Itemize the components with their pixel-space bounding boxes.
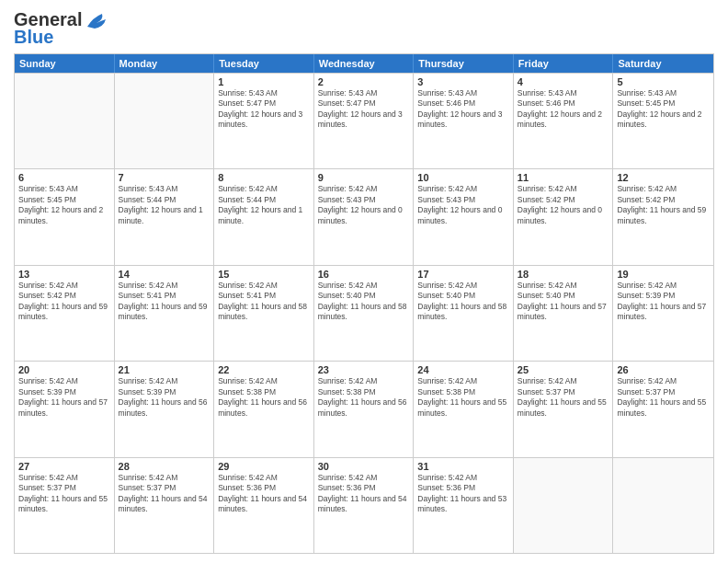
calendar-cell: 31Sunrise: 5:42 AMSunset: 5:36 PMDayligh…	[414, 458, 514, 553]
calendar-cell: 14Sunrise: 5:42 AMSunset: 5:41 PMDayligh…	[115, 266, 215, 361]
sunset-text: Sunset: 5:47 PM	[218, 98, 310, 109]
day-number: 25	[518, 364, 609, 375]
sunset-text: Sunset: 5:46 PM	[518, 98, 609, 109]
sunrise-text: Sunrise: 5:42 AM	[417, 473, 509, 483]
header-cell-monday: Monday	[115, 54, 215, 73]
daylight-text: Daylight: 12 hours and 2 minutes.	[18, 205, 110, 226]
day-number: 28	[119, 461, 210, 472]
day-number: 26	[617, 364, 710, 375]
daylight-text: Daylight: 11 hours and 56 minutes.	[318, 397, 410, 419]
sunset-text: Sunset: 5:38 PM	[417, 387, 509, 397]
sunrise-text: Sunrise: 5:43 AM	[518, 88, 609, 98]
sunset-text: Sunset: 5:42 PM	[18, 291, 110, 301]
calendar-row-1: 6Sunrise: 5:43 AMSunset: 5:45 PMDaylight…	[15, 168, 713, 264]
sunset-text: Sunset: 5:36 PM	[218, 483, 310, 493]
day-number: 21	[119, 364, 210, 375]
day-number: 29	[218, 461, 310, 472]
day-number: 19	[617, 269, 710, 280]
calendar-cell: 1Sunrise: 5:43 AMSunset: 5:47 PMDaylight…	[214, 74, 314, 168]
calendar-cell	[613, 458, 713, 553]
day-number: 7	[119, 172, 210, 183]
sunset-text: Sunset: 5:38 PM	[318, 387, 410, 397]
calendar-cell	[514, 458, 614, 553]
daylight-text: Daylight: 11 hours and 59 minutes.	[18, 302, 110, 323]
sunrise-text: Sunrise: 5:42 AM	[318, 184, 410, 194]
sunset-text: Sunset: 5:46 PM	[417, 98, 509, 109]
sunset-text: Sunset: 5:47 PM	[318, 98, 410, 109]
sunset-text: Sunset: 5:38 PM	[218, 387, 310, 397]
sunrise-text: Sunrise: 5:42 AM	[218, 473, 310, 483]
calendar-cell: 24Sunrise: 5:42 AMSunset: 5:38 PMDayligh…	[414, 362, 514, 456]
sunrise-text: Sunrise: 5:42 AM	[318, 473, 410, 483]
day-number: 24	[417, 364, 509, 375]
sunset-text: Sunset: 5:39 PM	[119, 387, 210, 397]
daylight-text: Daylight: 11 hours and 58 minutes.	[218, 302, 310, 323]
daylight-text: Daylight: 11 hours and 58 minutes.	[318, 302, 410, 323]
header-cell-sunday: Sunday	[15, 54, 115, 73]
sunrise-text: Sunrise: 5:42 AM	[417, 376, 509, 386]
daylight-text: Daylight: 11 hours and 56 minutes.	[218, 397, 310, 419]
day-number: 1	[218, 76, 310, 87]
daylight-text: Daylight: 11 hours and 55 minutes.	[18, 494, 110, 515]
sunrise-text: Sunrise: 5:42 AM	[417, 184, 509, 194]
daylight-text: Daylight: 12 hours and 3 minutes.	[218, 109, 310, 131]
day-number: 6	[18, 172, 110, 183]
calendar-row-2: 13Sunrise: 5:42 AMSunset: 5:42 PMDayligh…	[15, 265, 713, 361]
header-cell-friday: Friday	[514, 54, 614, 73]
sunrise-text: Sunrise: 5:42 AM	[218, 376, 310, 386]
sunset-text: Sunset: 5:37 PM	[617, 387, 710, 397]
calendar-row-3: 20Sunrise: 5:42 AMSunset: 5:39 PMDayligh…	[15, 361, 713, 456]
calendar-cell: 25Sunrise: 5:42 AMSunset: 5:37 PMDayligh…	[514, 362, 614, 456]
calendar-body: 1Sunrise: 5:43 AMSunset: 5:47 PMDaylight…	[15, 73, 713, 553]
sunrise-text: Sunrise: 5:42 AM	[119, 473, 210, 483]
sunset-text: Sunset: 5:44 PM	[119, 195, 210, 205]
daylight-text: Daylight: 11 hours and 59 minutes.	[119, 302, 210, 323]
day-number: 3	[417, 76, 509, 87]
sunset-text: Sunset: 5:43 PM	[318, 195, 410, 205]
calendar-cell: 27Sunrise: 5:42 AMSunset: 5:37 PMDayligh…	[15, 458, 115, 553]
calendar-cell: 6Sunrise: 5:43 AMSunset: 5:45 PMDaylight…	[15, 169, 115, 264]
day-number: 5	[617, 76, 710, 87]
daylight-text: Daylight: 11 hours and 57 minutes.	[518, 302, 609, 323]
sunrise-text: Sunrise: 5:43 AM	[417, 88, 509, 98]
day-number: 4	[518, 76, 609, 87]
header: General Blue	[14, 9, 714, 48]
sunset-text: Sunset: 5:40 PM	[318, 291, 410, 301]
day-number: 18	[518, 269, 609, 280]
day-number: 12	[617, 172, 710, 183]
day-number: 30	[318, 461, 410, 472]
logo: General Blue	[14, 9, 109, 48]
daylight-text: Daylight: 11 hours and 55 minutes.	[617, 397, 710, 419]
sunrise-text: Sunrise: 5:43 AM	[218, 88, 310, 98]
day-number: 8	[218, 172, 310, 183]
sunset-text: Sunset: 5:43 PM	[417, 195, 509, 205]
daylight-text: Daylight: 12 hours and 1 minute.	[119, 205, 210, 226]
daylight-text: Daylight: 11 hours and 54 minutes.	[318, 494, 410, 515]
day-number: 11	[518, 172, 609, 183]
sunset-text: Sunset: 5:40 PM	[518, 291, 609, 301]
calendar-cell: 11Sunrise: 5:42 AMSunset: 5:42 PMDayligh…	[514, 169, 614, 264]
calendar-cell: 3Sunrise: 5:43 AMSunset: 5:46 PMDaylight…	[414, 74, 514, 168]
calendar-cell: 28Sunrise: 5:42 AMSunset: 5:37 PMDayligh…	[115, 458, 215, 553]
daylight-text: Daylight: 11 hours and 58 minutes.	[417, 302, 509, 323]
calendar-cell: 23Sunrise: 5:42 AMSunset: 5:38 PMDayligh…	[314, 362, 415, 456]
logo-blue: Blue	[14, 27, 53, 48]
calendar-cell: 29Sunrise: 5:42 AMSunset: 5:36 PMDayligh…	[214, 458, 314, 553]
calendar-cell: 19Sunrise: 5:42 AMSunset: 5:39 PMDayligh…	[613, 266, 713, 361]
calendar-cell: 21Sunrise: 5:42 AMSunset: 5:39 PMDayligh…	[115, 362, 215, 456]
calendar-cell: 30Sunrise: 5:42 AMSunset: 5:36 PMDayligh…	[314, 458, 415, 553]
sunrise-text: Sunrise: 5:42 AM	[18, 376, 110, 386]
sunrise-text: Sunrise: 5:42 AM	[119, 281, 210, 291]
daylight-text: Daylight: 12 hours and 2 minutes.	[518, 109, 609, 131]
daylight-text: Daylight: 11 hours and 56 minutes.	[119, 397, 210, 419]
day-number: 13	[18, 269, 110, 280]
day-number: 17	[417, 269, 509, 280]
sunrise-text: Sunrise: 5:42 AM	[18, 281, 110, 291]
daylight-text: Daylight: 12 hours and 0 minutes.	[518, 205, 609, 226]
calendar-row-0: 1Sunrise: 5:43 AMSunset: 5:47 PMDaylight…	[15, 73, 713, 168]
calendar-cell: 2Sunrise: 5:43 AMSunset: 5:47 PMDaylight…	[314, 74, 415, 168]
daylight-text: Daylight: 12 hours and 0 minutes.	[417, 205, 509, 226]
calendar-cell: 15Sunrise: 5:42 AMSunset: 5:41 PMDayligh…	[214, 266, 314, 361]
daylight-text: Daylight: 11 hours and 54 minutes.	[218, 494, 310, 515]
sunset-text: Sunset: 5:42 PM	[518, 195, 609, 205]
